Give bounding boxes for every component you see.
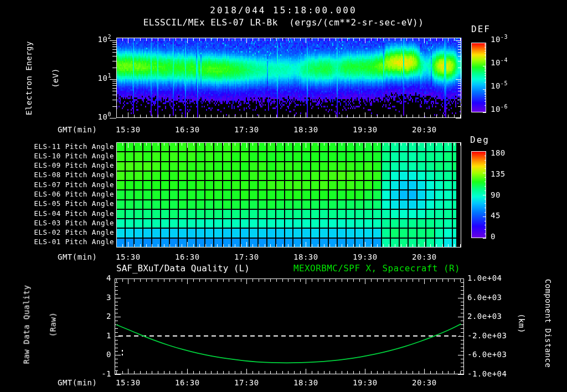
time-tick-label: 20:30 — [412, 125, 437, 134]
def-tick-label: 10-3 — [491, 35, 508, 44]
time-tick-label: 15:30 — [116, 252, 141, 261]
pitch-row-label: ELS-11 Pitch Angle — [34, 143, 114, 151]
time-tick-label: 19:30 — [353, 125, 378, 134]
time-tick-label: 19:30 — [353, 378, 378, 387]
energy-ytick-label: 100 — [98, 112, 111, 121]
def-colorbar-title: DEF — [471, 24, 491, 34]
pitch-row-label: ELS-02 Pitch Angle — [34, 229, 114, 236]
deg-tick-label: 90 — [491, 190, 501, 199]
distance-right-tick-label: 6.0e+03 — [467, 293, 502, 302]
cdaweb-plot-page: 2018/044 15:18:00.000 ELSSCIL/MEx ELS-07… — [0, 0, 567, 392]
pitch-row-label: ELS-05 Pitch Angle — [34, 200, 114, 208]
gmt-axis-label-bottom: GMT(min) — [58, 378, 97, 387]
time-tick-label: 18:30 — [293, 125, 318, 134]
time-tick-label: 17:30 — [234, 125, 259, 134]
quality-left-tick-label: 4 — [106, 274, 111, 282]
spectrogram-y-axis-label-line2: (eV) — [51, 41, 60, 115]
deg-tick-label: 0 — [491, 232, 496, 241]
distance-right-axis-label-line1: Component Distance — [544, 279, 553, 368]
distance-right-axis-label-line2: (km) — [517, 279, 526, 368]
distance-right-tick-label: 1.0e+04 — [467, 274, 502, 282]
plot-date-title: 2018/044 15:18:00.000 — [0, 6, 567, 16]
gmt-axis-label-top: GMT(min) — [58, 125, 97, 134]
deg-tick-label: 45 — [491, 211, 501, 220]
time-tick-label: 16:30 — [175, 252, 200, 261]
quality-series-title: SAF_BXuT/Data Quality (L) — [116, 264, 250, 274]
deg-tick-label: 135 — [491, 169, 506, 178]
pitch-row-label: ELS-03 Pitch Angle — [34, 219, 114, 227]
quality-left-tick-label: 2 — [106, 312, 111, 321]
distance-right-tick-label: -1.0e+04 — [467, 369, 507, 378]
time-tick-label: 17:30 — [234, 378, 259, 387]
distance-right-tick-label: -6.0e+03 — [467, 350, 507, 359]
deg-colorbar-title: Deg — [470, 135, 489, 145]
pitch-row-label: ELS-10 Pitch Angle — [34, 152, 114, 160]
gmt-axis-label-middle: GMT(min) — [58, 252, 97, 261]
energy-ytick-label: 102 — [98, 35, 111, 44]
energy-ytick-label: 101 — [98, 74, 111, 82]
time-tick-label: 15:30 — [116, 125, 141, 134]
time-tick-label: 16:30 — [175, 378, 200, 387]
pitch-row-label: ELS-08 Pitch Angle — [34, 171, 114, 179]
quality-left-tick-label: -1 — [101, 369, 111, 378]
deg-tick-label: 180 — [491, 148, 506, 157]
quality-left-axis-label-line2: (Raw) — [49, 285, 58, 364]
time-tick-label: 18:30 — [293, 252, 318, 261]
quality-left-tick-label: 1 — [106, 331, 111, 340]
spectrogram-y-axis-label: Electron Energy (eV) — [7, 41, 78, 115]
time-tick-label: 20:30 — [412, 378, 437, 387]
time-tick-label: 19:30 — [353, 252, 378, 261]
pitch-row-label: ELS-09 Pitch Angle — [34, 162, 114, 169]
time-tick-label: 20:30 — [412, 252, 437, 261]
quality-left-tick-label: 3 — [106, 293, 111, 302]
quality-left-tick-label: 0 — [106, 350, 111, 359]
distance-right-axis-label: Component Distance (km) — [499, 279, 567, 368]
distance-right-tick-label: -2.0e+03 — [467, 331, 507, 340]
pitch-row-label: ELS-01 Pitch Angle — [34, 238, 114, 246]
def-tick-label: 10-6 — [491, 105, 508, 114]
time-tick-label: 18:30 — [293, 378, 318, 387]
def-tick-label: 10-4 — [491, 58, 508, 67]
time-tick-label: 16:30 — [175, 125, 200, 134]
distance-right-tick-label: 2.0e+03 — [467, 312, 502, 321]
spacecraft-series-title: MEXORBMC/SPF X, Spacecraft (R) — [293, 264, 460, 274]
quality-left-axis-label: Raw Data Quality (Raw) — [4, 285, 76, 364]
pitch-row-label: ELS-06 Pitch Angle — [34, 190, 114, 198]
pitch-row-label: ELS-07 Pitch Angle — [34, 181, 114, 189]
quality-left-axis-label-line1: Raw Data Quality — [22, 285, 31, 364]
time-tick-label: 17:30 — [234, 252, 259, 261]
def-tick-label: 10-5 — [491, 81, 508, 90]
time-tick-label: 15:30 — [116, 378, 141, 387]
spectrogram-y-axis-label-line1: Electron Energy — [24, 41, 33, 115]
pitch-row-label: ELS-04 Pitch Angle — [34, 210, 114, 218]
